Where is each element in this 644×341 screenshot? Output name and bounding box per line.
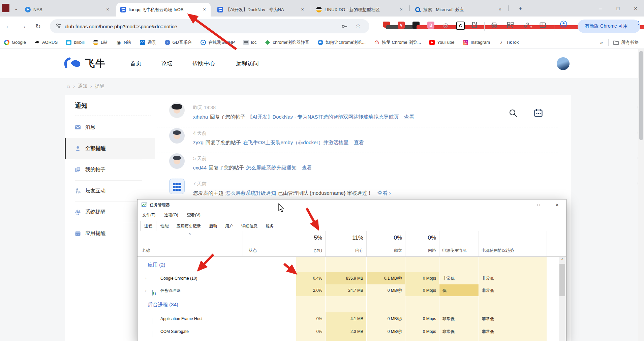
back-icon[interactable]: ← — [3, 21, 13, 31]
bookmark-instagram[interactable]: Instagram — [463, 40, 490, 45]
nav-home[interactable]: 首页 — [130, 49, 142, 78]
url-text[interactable]: club.fnnas.com/home.php?mod=space&do=not… — [65, 24, 177, 29]
tab-close-icon[interactable]: ✕ — [202, 7, 207, 12]
bookmark-yuanjing[interactable]: OC远景 — [140, 39, 156, 45]
column-status[interactable]: 状态 — [249, 248, 257, 253]
avatar[interactable] — [169, 128, 185, 144]
tab-users[interactable]: 用户 — [221, 221, 237, 231]
menu-view[interactable]: 查看(V) — [187, 212, 201, 218]
site-info-icon[interactable] — [55, 23, 61, 29]
breadcrumb-remind[interactable]: 提醒 — [95, 83, 104, 89]
post-link[interactable]: 怎么屏蔽系统升级通知 — [246, 165, 297, 170]
process-row-afh[interactable]: Application Frame Host 0% 4.1 MB 0 MB/秒 … — [137, 312, 566, 325]
spiral-extension-icon[interactable]: ◎ — [442, 22, 449, 29]
expand-chevron-icon[interactable]: › — [145, 275, 146, 280]
post-link[interactable]: 【AI开发】DockNav - 专为NAS打造的智能双网跳转玻璃拟态导航页 — [247, 114, 399, 120]
task-manager-scrollbar[interactable]: ^ — [559, 257, 565, 341]
process-group-row[interactable]: 应用 (2) — [137, 257, 566, 272]
browser-tab-docknav[interactable]: 【AI开发】DockNav - 专为NA ✕ — [213, 3, 309, 17]
menu-file[interactable]: 文件(F) — [142, 212, 155, 218]
process-row-chrome[interactable]: › Google Chrome (10) 0.4% 835.9 MB 0.1 M… — [137, 272, 566, 284]
new-tab-button[interactable]: + — [516, 4, 524, 12]
task-manager-titlebar[interactable]: 任务管理器 – □ ✕ — [137, 199, 566, 210]
sidebar-item-interaction[interactable]: 坛友互动 — [65, 180, 155, 202]
column-power[interactable]: 电源使用情况 — [442, 248, 466, 253]
page-scrollbar[interactable] — [638, 49, 644, 341]
c-extension-icon[interactable]: C — [456, 22, 465, 30]
post-link[interactable]: 在飞牛OS上安装emby（非docker）并激活核显 — [243, 140, 348, 145]
browser-tab-bing[interactable]: 搜索 - Microsoft 必应 ✕ — [411, 3, 506, 17]
avatar[interactable] — [169, 102, 185, 118]
tab-app-history[interactable]: 应用历史记录 — [173, 221, 205, 231]
nav-forum[interactable]: 论坛 — [161, 49, 173, 78]
column-cpu[interactable]: CPU — [296, 249, 322, 253]
process-row-ctf[interactable]: CTF 加载程序 0% 10.4 MB 0 MB/秒 0 Mbps 非常低 非常… — [137, 338, 566, 341]
tab-performance[interactable]: 性能 — [156, 221, 173, 231]
calendar-icon[interactable] — [534, 108, 543, 118]
tab-close-icon[interactable]: ✕ — [497, 7, 503, 12]
expand-chevron-icon[interactable]: › — [145, 287, 146, 292]
username-link[interactable]: cxd44 — [193, 165, 207, 170]
tm-minimize-button[interactable]: – — [512, 199, 528, 210]
bookmark-lzhan[interactable]: L站 — [93, 39, 108, 45]
home-icon[interactable]: ⌂ — [67, 83, 70, 90]
browser-tab-linuxdo[interactable]: LINUX DO - 新的理想型社区 ✕ — [312, 3, 407, 17]
qr-code-icon[interactable] — [507, 22, 514, 29]
bookmark-bilibili[interactable]: bilibili — [66, 40, 85, 45]
bookmark-star-icon[interactable]: ☆ — [356, 22, 361, 29]
menu-options[interactable]: 选项(O) — [164, 212, 178, 218]
breadcrumb-notice[interactable]: 通知 — [78, 83, 87, 89]
b-extension-icon[interactable]: B — [427, 22, 434, 29]
user-avatar[interactable] — [557, 57, 570, 70]
username-link[interactable]: xihaha — [193, 114, 208, 120]
search-icon[interactable] — [509, 109, 518, 118]
sort-caret-icon[interactable]: ^ — [185, 232, 195, 237]
column-disk[interactable]: 磁盘 — [366, 248, 402, 253]
tab-details[interactable]: 详细信息 — [237, 221, 262, 231]
tab-close-icon[interactable]: ✕ — [105, 7, 111, 12]
chrome-menu-icon[interactable]: ⋮ — [636, 20, 641, 26]
extensions-puzzle-icon[interactable] — [471, 22, 478, 29]
forward-icon[interactable]: → — [18, 21, 28, 31]
tab-startup[interactable]: 启动 — [205, 221, 221, 231]
copy-link-icon[interactable] — [523, 22, 530, 29]
tab-close-icon[interactable]: ✕ — [398, 7, 404, 12]
process-row-taskmgr[interactable]: › 任务管理器 2.0% 24.7 MB 0 MB/秒 0 Mbps 低 非常低 — [137, 284, 566, 296]
window-maximize-button[interactable]: □ — [610, 0, 626, 17]
username-link[interactable]: zyxg — [193, 140, 204, 145]
split-window-icon[interactable] — [539, 22, 546, 29]
scroll-up-icon[interactable]: ^ — [559, 257, 565, 263]
bookmark-php-test[interactable]: 在线测试PHP — [201, 39, 235, 45]
sidebar-item-all-reminders[interactable]: 全部提醒 — [65, 138, 155, 159]
address-bar[interactable]: club.fnnas.com/home.php?mod=space&do=not… — [50, 19, 369, 33]
tab-search-button[interactable]: ⌄ — [12, 4, 20, 12]
password-key-icon[interactable] — [341, 23, 348, 30]
window-close-button[interactable]: ✕ — [627, 0, 644, 17]
view-link[interactable]: 查看 › — [377, 190, 391, 196]
column-power-trend[interactable]: 电源使用情况趋势 — [482, 248, 514, 253]
system-app-avatar[interactable] — [169, 179, 185, 194]
scrollbar-thumb[interactable] — [559, 264, 565, 296]
bookmark-chrome-howto[interactable]: 如何让chrome浏览... — [318, 39, 366, 45]
bookmarks-overflow-icon[interactable]: » — [600, 39, 603, 45]
view-link[interactable]: 查看 — [404, 114, 414, 120]
tab-close-icon[interactable]: ✕ — [300, 7, 305, 12]
process-row-com[interactable]: COM Surrogate 0% 2.3 MB 0 MB/秒 0 Mbps 非常… — [137, 325, 566, 338]
process-group-row[interactable]: 后台进程 (34) — [137, 296, 566, 312]
tm-close-button[interactable]: ✕ — [549, 199, 565, 210]
nav-help-center[interactable]: 帮助中心 — [192, 49, 215, 78]
tab-services[interactable]: 服务 — [262, 221, 278, 231]
column-memory[interactable]: 内存 — [325, 248, 363, 253]
bookmark-aorus[interactable]: AORUS — [34, 40, 58, 45]
chrome-update-button[interactable]: 有新版 Chrome 可用 — [578, 20, 640, 33]
browser-tab-nas[interactable]: NAS ✕ — [21, 3, 114, 17]
nav-remote-access[interactable]: 远程访问 — [236, 49, 259, 78]
profile-icon[interactable] — [560, 21, 567, 28]
sidebar-item-my-posts[interactable]: 我的帖子 — [65, 159, 155, 180]
incognito-icon[interactable] — [491, 22, 498, 29]
fnnas-logo-icon[interactable] — [63, 57, 83, 70]
tab-processes[interactable]: 进程 — [140, 221, 156, 231]
column-network[interactable]: 网络 — [405, 248, 436, 253]
tm-maximize-button[interactable]: □ — [530, 199, 547, 210]
site-logo-text[interactable]: 飞牛 — [85, 57, 106, 70]
